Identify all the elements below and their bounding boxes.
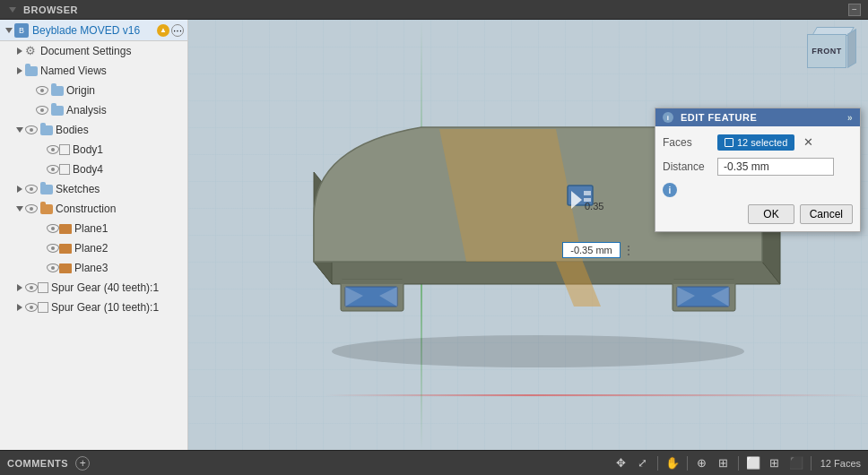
zoom-fit-icon[interactable]: ⊞ bbox=[715, 454, 733, 472]
panel-buttons: OK Cancel bbox=[663, 204, 853, 224]
svg-text:0.35: 0.35 bbox=[585, 201, 603, 212]
tool-icon-2[interactable]: ⤢ bbox=[634, 454, 652, 472]
separator bbox=[657, 456, 658, 471]
doc-settings-label: Document Settings bbox=[40, 45, 184, 57]
root-badge: ▲ bbox=[157, 24, 169, 37]
folder-icon bbox=[51, 106, 64, 116]
dimension-menu-dots[interactable]: ⋮ bbox=[622, 243, 635, 257]
eye-icon bbox=[47, 224, 59, 233]
sidebar-item-plane1[interactable]: Plane1 bbox=[32, 219, 187, 238]
panel-header-icon: i bbox=[663, 112, 673, 123]
plane1-label: Plane1 bbox=[74, 222, 184, 235]
zoom-icon[interactable]: ⊕ bbox=[693, 454, 711, 472]
display-icon[interactable]: ⬜ bbox=[744, 454, 762, 472]
faces-clear-button[interactable]: ✕ bbox=[800, 134, 817, 151]
body-box-icon bbox=[59, 144, 70, 155]
cube-face-label: FRONT bbox=[812, 47, 842, 56]
sidebar-item-doc-settings[interactable]: ⚙ Document Settings bbox=[11, 41, 187, 61]
faces-label: Faces bbox=[663, 136, 712, 149]
select-icon bbox=[725, 138, 733, 147]
eye-icon bbox=[36, 86, 48, 95]
browser-title: BROWSER bbox=[23, 4, 78, 15]
eye-icon bbox=[47, 244, 59, 253]
svg-rect-17 bbox=[584, 191, 591, 195]
move-icon[interactable]: ✥ bbox=[612, 454, 630, 472]
eye-icon bbox=[25, 204, 38, 213]
ok-button[interactable]: OK bbox=[748, 204, 794, 224]
folder-icon bbox=[40, 125, 53, 135]
sidebar-item-plane2[interactable]: Plane2 bbox=[32, 238, 187, 258]
root-icon: B bbox=[14, 23, 29, 38]
sketches-arrow[interactable] bbox=[14, 184, 25, 194]
3d-viewport[interactable]: 0.35 FRONT i EDIT FEATURE » bbox=[188, 20, 868, 450]
info-row: i bbox=[663, 183, 853, 197]
construction-arrow[interactable] bbox=[14, 203, 25, 214]
sidebar-item-root[interactable]: B Beyblade MOVED v16 ▲ ··· bbox=[0, 20, 187, 41]
info-icon: i bbox=[663, 183, 677, 197]
sidebar-item-spur-10[interactable]: Spur Gear (10 teeth):1 bbox=[11, 298, 187, 317]
separator bbox=[687, 456, 688, 471]
folder-icon bbox=[40, 185, 53, 194]
navigation-cube[interactable]: FRONT bbox=[807, 27, 861, 76]
sidebar-item-plane3[interactable]: Plane3 bbox=[32, 258, 187, 278]
main-layout: B Beyblade MOVED v16 ▲ ··· ⚙ Document Se… bbox=[0, 20, 868, 450]
construction-label: Construction bbox=[56, 203, 184, 215]
edit-panel-body: Faces 12 selected ✕ Distance i bbox=[655, 126, 860, 231]
bodies-arrow[interactable] bbox=[14, 125, 25, 135]
faces-count-label: 12 Faces bbox=[820, 458, 861, 469]
grid-icon[interactable]: ⊞ bbox=[766, 454, 784, 472]
bottom-bar: COMMENTS + ✥ ⤢ ✋ ⊕ ⊞ ⬜ ⊞ ⬛ 12 Faces bbox=[0, 450, 868, 475]
edit-panel-header: i EDIT FEATURE » bbox=[655, 108, 860, 126]
sidebar-item-analysis[interactable]: Analysis bbox=[22, 100, 187, 120]
eye-icon bbox=[25, 185, 38, 194]
root-arrow[interactable] bbox=[4, 25, 14, 36]
separator bbox=[811, 456, 812, 471]
folder-orange-icon bbox=[40, 204, 53, 214]
body-box-icon bbox=[38, 282, 48, 293]
distance-input[interactable] bbox=[717, 158, 834, 176]
sidebar-item-body1[interactable]: Body1 bbox=[32, 140, 187, 160]
dimension-input[interactable] bbox=[562, 242, 621, 258]
body1-label: Body1 bbox=[73, 143, 184, 156]
sidebar-item-named-views[interactable]: Named Views bbox=[11, 61, 187, 81]
faces-row: Faces 12 selected ✕ bbox=[663, 134, 853, 151]
eye-icon bbox=[47, 145, 59, 154]
browser-panel: B Beyblade MOVED v16 ▲ ··· ⚙ Document Se… bbox=[0, 20, 188, 450]
view-icon[interactable]: ⬛ bbox=[787, 454, 805, 472]
root-menu-icon[interactable]: ··· bbox=[171, 24, 184, 37]
named-views-arrow[interactable] bbox=[14, 65, 25, 76]
separator bbox=[738, 456, 739, 471]
spur10-label: Spur Gear (10 teeth):1 bbox=[51, 301, 184, 314]
browser-collapse-arrow[interactable] bbox=[7, 4, 18, 15]
svg-marker-5 bbox=[336, 280, 408, 284]
doc-settings-arrow[interactable] bbox=[14, 46, 25, 56]
faces-select-button[interactable]: 12 selected bbox=[717, 134, 794, 151]
sidebar-item-origin[interactable]: Origin bbox=[22, 81, 187, 100]
spur40-label: Spur Gear (40 teeth):1 bbox=[51, 281, 184, 294]
analysis-label: Analysis bbox=[66, 104, 184, 117]
panel-expand-arrows[interactable]: » bbox=[847, 113, 853, 123]
spur10-arrow[interactable] bbox=[14, 302, 25, 313]
body-box-icon bbox=[59, 164, 70, 175]
eye-icon bbox=[25, 125, 38, 134]
origin-label: Origin bbox=[66, 84, 184, 97]
root-label: Beyblade MOVED v16 bbox=[32, 24, 155, 37]
folder-icon bbox=[25, 66, 38, 76]
browser-minimize-button[interactable]: − bbox=[848, 4, 861, 16]
plane3-label: Plane3 bbox=[74, 262, 184, 274]
spur40-arrow[interactable] bbox=[14, 282, 25, 293]
sidebar-item-bodies[interactable]: Bodies bbox=[11, 120, 187, 140]
eye-icon bbox=[36, 106, 48, 115]
cancel-button[interactable]: Cancel bbox=[800, 204, 853, 224]
faces-selected-text: 12 selected bbox=[737, 137, 787, 148]
hand-icon[interactable]: ✋ bbox=[664, 454, 681, 472]
eye-icon bbox=[47, 263, 59, 272]
body-box-icon bbox=[38, 302, 48, 313]
sidebar-item-construction[interactable]: Construction bbox=[11, 199, 187, 219]
bodies-label: Bodies bbox=[56, 124, 184, 136]
eye-icon bbox=[25, 303, 38, 312]
sidebar-item-spur-40[interactable]: Spur Gear (40 teeth):1 bbox=[11, 278, 187, 298]
add-comment-button[interactable]: + bbox=[75, 456, 90, 471]
sidebar-item-body4[interactable]: Body4 bbox=[32, 160, 187, 179]
sidebar-item-sketches[interactable]: Sketches bbox=[11, 179, 187, 199]
